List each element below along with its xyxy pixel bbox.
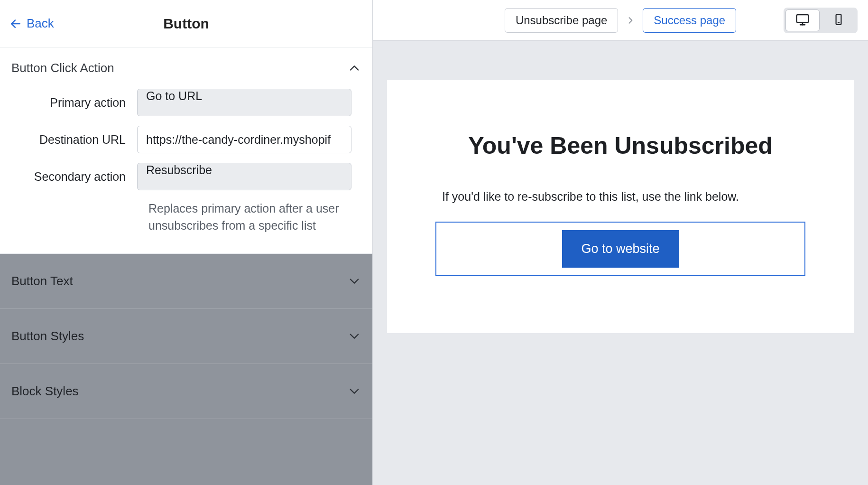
row-destination-url: Destination URL xyxy=(11,126,361,153)
helper-secondary-action: Replaces primary action after a user uns… xyxy=(148,200,361,234)
sidebar-title: Button xyxy=(163,16,209,32)
svg-rect-4 xyxy=(836,14,841,25)
chevron-right-icon xyxy=(626,16,635,25)
label-destination-url: Destination URL xyxy=(11,133,137,147)
section-title: Button Click Action xyxy=(11,61,114,75)
chevron-up-icon xyxy=(348,62,361,75)
preview-heading: You've Been Unsubscribed xyxy=(416,132,825,159)
collapsed-sections: Button Text Button Styles Block Styles xyxy=(0,254,372,485)
back-button[interactable]: Back xyxy=(9,16,54,31)
preview-body: You've Been Unsubscribed If you'd like t… xyxy=(373,41,868,485)
preview-header: Unsubscribe page Success page xyxy=(373,0,868,41)
crumb-unsubscribe[interactable]: Unsubscribe page xyxy=(505,8,618,33)
section-button-text[interactable]: Button Text xyxy=(0,254,372,309)
section-button-click-action: Button Click Action Primary action Go to… xyxy=(0,47,372,254)
section-title: Button Styles xyxy=(11,329,84,344)
preview-button-selection[interactable]: Go to website xyxy=(435,222,805,276)
crumb-success[interactable]: Success page xyxy=(643,8,736,33)
sidebar-header: Back Button xyxy=(0,0,372,47)
row-secondary-helper: Replaces primary action after a user uns… xyxy=(11,200,361,234)
svg-rect-1 xyxy=(797,15,809,22)
section-header-click-action[interactable]: Button Click Action xyxy=(0,47,372,89)
input-destination-url[interactable] xyxy=(137,126,351,153)
preview-panel: Unsubscribe page Success page You've Bee… xyxy=(373,0,868,485)
section-button-styles[interactable]: Button Styles xyxy=(0,309,372,364)
preview-subtext: If you'd like to re-subscribe to this li… xyxy=(416,190,825,204)
breadcrumb: Unsubscribe page Success page xyxy=(505,8,736,33)
arrow-left-icon xyxy=(9,18,22,30)
go-to-website-button[interactable]: Go to website xyxy=(562,230,678,268)
device-desktop-button[interactable] xyxy=(785,9,820,31)
mobile-icon xyxy=(832,13,845,27)
select-secondary-action[interactable]: Resubscribe xyxy=(137,163,351,190)
section-title: Button Text xyxy=(11,274,73,289)
row-secondary-action: Secondary action Resubscribe xyxy=(11,163,361,190)
settings-sidebar: Back Button Button Click Action Primary … xyxy=(0,0,373,485)
section-body-click-action: Primary action Go to URL Destination URL… xyxy=(0,89,372,253)
preview-card: You've Been Unsubscribed If you'd like t… xyxy=(387,80,854,333)
back-label: Back xyxy=(27,16,54,31)
chevron-down-icon xyxy=(348,384,361,398)
section-block-styles[interactable]: Block Styles xyxy=(0,364,372,419)
device-toggle xyxy=(784,8,858,33)
row-primary-action: Primary action Go to URL xyxy=(11,89,361,116)
label-primary-action: Primary action xyxy=(11,96,137,110)
select-primary-action[interactable]: Go to URL xyxy=(137,89,351,116)
desktop-icon xyxy=(795,12,810,28)
device-mobile-button[interactable] xyxy=(822,9,856,31)
chevron-down-icon xyxy=(348,329,361,343)
label-secondary-action: Secondary action xyxy=(11,170,137,184)
section-title: Block Styles xyxy=(11,384,79,399)
chevron-down-icon xyxy=(348,274,361,288)
